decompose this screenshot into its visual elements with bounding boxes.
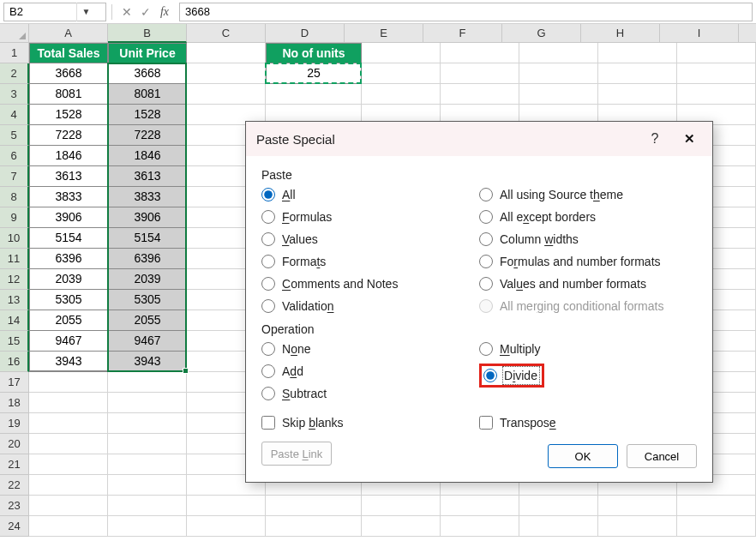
radio-input-validation[interactable]	[261, 299, 275, 313]
cell-C1[interactable]	[187, 43, 266, 63]
row-header-19[interactable]: 19	[0, 413, 29, 434]
cell-A6[interactable]: 1846	[29, 146, 108, 166]
cell-D24[interactable]	[266, 516, 362, 537]
column-header-G[interactable]: G	[502, 24, 581, 43]
radio-paste-valnum[interactable]: Values and number formats	[479, 276, 697, 292]
cell-H3[interactable]	[598, 84, 677, 105]
cell-I2[interactable]	[677, 63, 756, 84]
row-header-7[interactable]: 7	[0, 166, 29, 187]
row-header-23[interactable]: 23	[0, 496, 29, 516]
row-header-17[interactable]: 17	[0, 372, 29, 393]
radio-input-formats[interactable]	[261, 255, 275, 268]
name-box-input[interactable]	[4, 5, 76, 18]
row-header-5[interactable]: 5	[0, 125, 29, 146]
cell-F1[interactable]	[441, 43, 519, 63]
cell-A4[interactable]: 1528	[29, 105, 108, 125]
cell-E23[interactable]	[362, 496, 441, 516]
cancel-button[interactable]: Cancel	[627, 444, 697, 468]
cell-A19[interactable]	[29, 413, 108, 434]
cell-E2[interactable]	[362, 63, 441, 84]
cell-F3[interactable]	[441, 84, 519, 105]
column-header-C[interactable]: C	[187, 24, 266, 43]
close-button[interactable]: ✕	[676, 131, 702, 147]
row-header-18[interactable]: 18	[0, 393, 29, 413]
cell-A14[interactable]: 2055	[29, 310, 108, 331]
cell-A17[interactable]	[29, 372, 108, 393]
cell-C3[interactable]	[187, 84, 266, 105]
cell-I1[interactable]	[677, 43, 756, 63]
radio-input-multiply[interactable]	[479, 342, 493, 356]
column-header-H[interactable]: H	[581, 24, 660, 43]
cell-D3[interactable]	[266, 84, 362, 105]
cell-B24[interactable]	[108, 516, 187, 537]
cell-C23[interactable]	[187, 496, 266, 516]
cell-F2[interactable]	[441, 63, 519, 84]
radio-input-comments[interactable]	[261, 277, 275, 291]
cell-A22[interactable]	[29, 475, 108, 496]
cell-A24[interactable]	[29, 516, 108, 537]
radio-input-values[interactable]	[261, 232, 275, 246]
radio-input-formnum[interactable]	[479, 255, 493, 268]
insert-function-icon[interactable]: fx	[157, 5, 172, 19]
name-box-dropdown-icon[interactable]: ▼	[76, 3, 95, 21]
column-header-A[interactable]: A	[29, 24, 108, 43]
cell-B12[interactable]: 2039	[108, 269, 187, 290]
cell-B15[interactable]: 9467	[108, 331, 187, 352]
cell-D1[interactable]: No of units	[266, 43, 362, 63]
radio-paste-validation[interactable]: Validation	[261, 298, 479, 314]
row-header-16[interactable]: 16	[0, 352, 29, 372]
cell-A15[interactable]: 9467	[29, 331, 108, 352]
cell-A23[interactable]	[29, 496, 108, 516]
cell-C2[interactable]	[187, 63, 266, 84]
cell-G1[interactable]	[519, 43, 598, 63]
transpose-checkbox[interactable]: Transpose	[479, 415, 697, 430]
cell-F24[interactable]	[441, 516, 519, 537]
row-header-4[interactable]: 4	[0, 105, 29, 125]
cell-A7[interactable]: 3613	[29, 166, 108, 187]
cell-F23[interactable]	[441, 496, 519, 516]
cell-B20[interactable]	[108, 434, 187, 454]
cell-E3[interactable]	[362, 84, 441, 105]
confirm-entry-icon[interactable]: ✓	[138, 5, 153, 19]
cell-B1[interactable]: Unit Price	[108, 43, 187, 63]
cell-B14[interactable]: 2055	[108, 310, 187, 331]
cancel-entry-icon[interactable]: ✕	[119, 5, 135, 19]
help-button[interactable]: ?	[642, 131, 668, 147]
column-header-E[interactable]: E	[345, 24, 423, 43]
cell-B21[interactable]	[108, 454, 187, 475]
radio-paste-comments[interactable]: Comments and Notes	[261, 276, 479, 292]
select-all-corner[interactable]	[0, 24, 29, 43]
cell-I3[interactable]	[677, 84, 756, 105]
cell-B22[interactable]	[108, 475, 187, 496]
radio-paste-formats[interactable]: Formats	[261, 254, 479, 269]
cell-B18[interactable]	[108, 393, 187, 413]
column-header-D[interactable]: D	[266, 24, 345, 43]
cell-B7[interactable]: 3613	[108, 166, 187, 187]
cell-A1[interactable]: Total Sales	[29, 43, 108, 63]
cell-B19[interactable]	[108, 413, 187, 434]
radio-paste-values[interactable]: Values	[261, 231, 479, 247]
cell-B10[interactable]: 5154	[108, 228, 187, 249]
cell-G24[interactable]	[519, 516, 598, 537]
cell-A8[interactable]: 3833	[29, 187, 108, 207]
cell-A5[interactable]: 7228	[29, 125, 108, 146]
row-header-2[interactable]: 2	[0, 63, 29, 84]
radio-operation-subtract[interactable]: Subtract	[261, 386, 479, 401]
cell-A18[interactable]	[29, 393, 108, 413]
cell-G3[interactable]	[519, 84, 598, 105]
row-header-1[interactable]: 1	[0, 43, 29, 63]
row-header-24[interactable]: 24	[0, 516, 29, 537]
transpose-input[interactable]	[479, 416, 493, 430]
radio-paste-theme[interactable]: All using Source theme	[479, 187, 697, 202]
column-header-F[interactable]: F	[423, 24, 502, 43]
cell-B16[interactable]: 3943	[108, 352, 187, 372]
paste-link-button[interactable]: Paste Link	[261, 442, 332, 466]
name-box[interactable]: ▼	[3, 3, 106, 21]
cell-B17[interactable]	[108, 372, 187, 393]
cell-A3[interactable]: 8081	[29, 84, 108, 105]
row-header-20[interactable]: 20	[0, 434, 29, 454]
cell-A10[interactable]: 5154	[29, 228, 108, 249]
cell-B2[interactable]: 3668	[108, 63, 187, 84]
cell-D23[interactable]	[266, 496, 362, 516]
radio-paste-formulas[interactable]: Formulas	[261, 209, 479, 225]
